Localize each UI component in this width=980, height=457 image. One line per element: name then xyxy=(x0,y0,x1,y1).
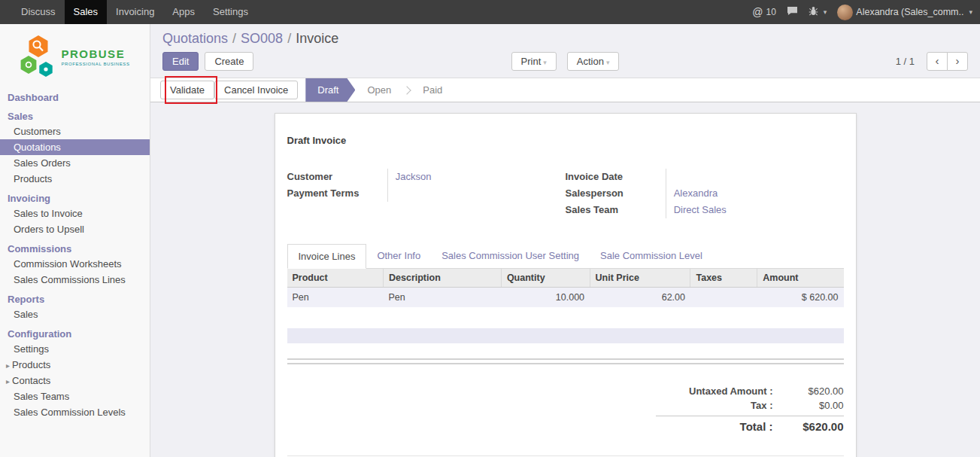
sidebar-item-label: Contacts xyxy=(12,375,50,386)
column-header-amount[interactable]: Amount xyxy=(757,269,844,288)
invoice-sheet: Draft Invoice Customer Jackson Payment T… xyxy=(275,113,857,457)
sidebar-item-commission-worksheets[interactable]: Commission Worksheets xyxy=(0,256,150,272)
invoice-date-value xyxy=(666,169,844,185)
breadcrumb-separator: / xyxy=(287,31,291,46)
customer-value-link[interactable]: Jackson xyxy=(387,169,566,185)
sidebar-heading-commissions[interactable]: Commissions xyxy=(0,242,150,256)
caret-down-icon: ▾ xyxy=(543,59,547,66)
column-header-quantity[interactable]: Quantity xyxy=(501,269,590,288)
status-pipeline: Draft Open Paid xyxy=(305,78,454,102)
chevron-separator-icon xyxy=(403,86,411,94)
bug-icon xyxy=(809,6,818,18)
tab-sales-commission-user-setting[interactable]: Sales Commission User Setting xyxy=(431,244,590,268)
menu-item-invoicing[interactable]: Invoicing xyxy=(107,0,163,24)
breadcrumb-current: Invoice xyxy=(296,31,338,46)
sidebar-item-config-products[interactable]: ▸Products xyxy=(0,357,150,373)
salesperson-value-link[interactable]: Alexandra xyxy=(666,185,844,202)
empty-line-row xyxy=(287,328,844,343)
sidebar-item-sales-commissions-lines[interactable]: Sales Commissions Lines xyxy=(0,272,150,288)
nav-section-invoicing: Invoicing Sales to Invoice Orders to Ups… xyxy=(0,191,150,237)
menu-item-apps[interactable]: Apps xyxy=(163,0,204,24)
probuse-logo-text: PROBUSE PROFESSIONAL BUSINESS xyxy=(61,47,129,66)
sidebar-item-sales-commission-levels[interactable]: Sales Commission Levels xyxy=(0,404,150,420)
nav-section-dashboard: Dashboard xyxy=(0,90,150,105)
cell-description: Pen xyxy=(384,288,502,308)
sidebar-item-products[interactable]: Products xyxy=(0,171,150,187)
menu-item-discuss[interactable]: Discuss xyxy=(12,0,65,24)
print-label: Print xyxy=(521,56,542,67)
tab-invoice-lines[interactable]: Invoice Lines xyxy=(287,244,367,269)
pager-previous-button[interactable]: ‹ xyxy=(927,52,948,71)
sidebar-item-contacts[interactable]: ▸Contacts xyxy=(0,373,150,388)
activities-menu[interactable]: @ 10 xyxy=(752,6,776,18)
sidebar-item-quotations[interactable]: Quotations xyxy=(0,139,150,155)
sheet-footer-separator xyxy=(287,455,844,456)
sidebar-item-sales-orders[interactable]: Sales Orders xyxy=(0,155,150,171)
expand-arrow-icon: ▸ xyxy=(6,361,10,370)
caret-down-icon: ▾ xyxy=(606,59,610,66)
menu-item-settings[interactable]: Settings xyxy=(204,0,257,24)
user-menu[interactable]: Alexandra (Sales_comm.. ▾ xyxy=(837,5,972,20)
sidebar-item-sales-teams[interactable]: Sales Teams xyxy=(0,388,150,404)
action-dropdown-button[interactable]: Action▾ xyxy=(567,52,620,71)
sidebar-item-settings[interactable]: Settings xyxy=(0,341,150,357)
caret-down-icon: ▾ xyxy=(824,8,827,16)
cancel-invoice-button[interactable]: Cancel Invoice xyxy=(214,81,298,99)
sidebar-item-orders-to-upsell[interactable]: Orders to Upsell xyxy=(0,221,150,237)
tab-sale-commission-level[interactable]: Sale Commission Level xyxy=(590,244,713,268)
state-draft[interactable]: Draft xyxy=(305,78,355,102)
tax-value: $0.00 xyxy=(784,400,844,411)
sidebar-heading-invoicing[interactable]: Invoicing xyxy=(0,191,150,206)
sales-team-label: Sales Team xyxy=(566,202,666,218)
statusbar: Validate Cancel Invoice Draft Open Paid xyxy=(150,78,980,102)
sheet-title: Draft Invoice xyxy=(287,135,844,146)
payment-terms-label: Payment Terms xyxy=(287,185,387,202)
field-groups: Customer Jackson Payment Terms Invoice D… xyxy=(287,169,844,218)
sidebar-heading-configuration[interactable]: Configuration xyxy=(0,327,150,341)
sales-team-value-link[interactable]: Direct Sales xyxy=(666,202,844,218)
sidebar-item-sales-report[interactable]: Sales xyxy=(0,306,150,322)
state-open[interactable]: Open xyxy=(355,78,403,102)
edit-button[interactable]: Edit xyxy=(162,52,199,71)
debug-menu[interactable]: ▾ xyxy=(809,6,827,18)
breadcrumb: Quotations/SO008/Invoice xyxy=(150,24,980,48)
state-paid[interactable]: Paid xyxy=(411,78,454,102)
table-spacer xyxy=(287,307,844,328)
column-header-description[interactable]: Description xyxy=(384,269,502,288)
table-spacer xyxy=(287,343,844,358)
column-header-unit-price[interactable]: Unit Price xyxy=(590,269,690,288)
sidebar-heading-reports[interactable]: Reports xyxy=(0,292,150,306)
sidebar-heading-dashboard[interactable]: Dashboard xyxy=(0,90,150,105)
pager-buttons: ‹ › xyxy=(927,52,968,71)
validate-button[interactable]: Validate xyxy=(160,81,214,99)
chevron-right-icon: › xyxy=(956,54,960,67)
breadcrumb-quotations[interactable]: Quotations xyxy=(162,31,228,46)
sidebar-heading-sales[interactable]: Sales xyxy=(0,109,150,123)
sidebar-item-customers[interactable]: Customers xyxy=(0,123,150,139)
messages-menu[interactable] xyxy=(787,6,798,18)
pager-next-button[interactable]: › xyxy=(947,52,968,71)
logo-title: PROBUSE xyxy=(61,47,129,60)
tab-other-info[interactable]: Other Info xyxy=(366,244,431,268)
logo-subtitle: PROFESSIONAL BUSINESS xyxy=(61,62,129,66)
print-dropdown-button[interactable]: Print▾ xyxy=(511,52,557,71)
validate-button-wrapper: Validate xyxy=(160,81,214,99)
sidebar-item-sales-to-invoice[interactable]: Sales to Invoice xyxy=(0,206,150,221)
untaxed-amount-label: Untaxed Amount : xyxy=(656,385,784,397)
column-header-taxes[interactable]: Taxes xyxy=(690,269,757,288)
table-row[interactable]: Pen Pen 10.000 62.00 $ 620.00 xyxy=(287,288,844,308)
action-label: Action xyxy=(577,56,604,67)
totals: Untaxed Amount : $620.00 Tax : $0.00 Tot… xyxy=(656,384,844,434)
breadcrumb-separator: / xyxy=(232,31,236,46)
menu-item-sales[interactable]: Sales xyxy=(65,0,108,24)
chevron-left-icon: ‹ xyxy=(936,54,939,67)
breadcrumb-so008[interactable]: SO008 xyxy=(241,31,283,46)
tax-label: Tax : xyxy=(656,400,784,411)
cell-product: Pen xyxy=(287,288,384,308)
user-avatar xyxy=(837,5,853,20)
sidebar-nav: Dashboard Sales Customers Quotations Sal… xyxy=(0,90,150,420)
create-button[interactable]: Create xyxy=(205,52,253,71)
column-header-product[interactable]: Product xyxy=(287,269,384,288)
field-group-right: Invoice Date Salesperson Alexandra Sales… xyxy=(566,169,844,218)
main-layout: PROBUSE PROFESSIONAL BUSINESS Dashboard … xyxy=(0,24,980,457)
